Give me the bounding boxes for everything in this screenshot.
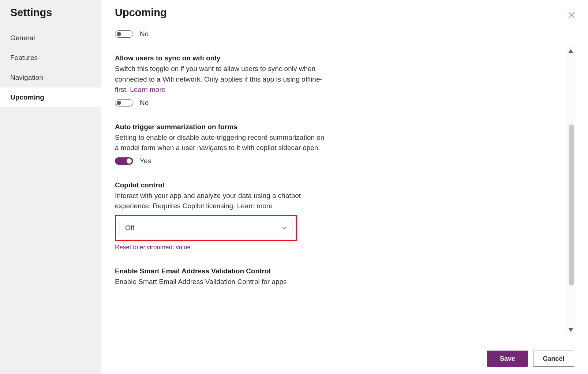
chevron-down-icon: [281, 225, 287, 231]
triangle-up-icon: [569, 49, 573, 53]
sidebar-item-upcoming[interactable]: Upcoming: [0, 87, 101, 107]
content-header: Upcoming: [101, 0, 588, 21]
svg-marker-3: [569, 328, 573, 332]
setting-desc-smart-email: Enable Smart Email Address Validation Co…: [115, 277, 327, 287]
toggle-unknown-top[interactable]: [115, 30, 133, 38]
setting-smart-email: Enable Smart Email Address Validation Co…: [115, 267, 558, 287]
reset-to-env-link[interactable]: Reset to environment value: [115, 244, 191, 251]
setting-auto-summarize: Auto trigger summarization on forms Sett…: [115, 123, 558, 165]
save-button[interactable]: Save: [487, 351, 528, 367]
sidebar-item-navigation[interactable]: Navigation: [0, 68, 101, 87]
setting-wifi-sync: Allow users to sync on wifi only Switch …: [115, 54, 558, 107]
setting-title-smart-email: Enable Smart Email Address Validation Co…: [115, 267, 558, 275]
scroll-down-button[interactable]: [567, 326, 575, 334]
sidebar-title: Settings: [0, 7, 101, 28]
triangle-down-icon: [569, 328, 573, 332]
toggle-label-unknown-top: No: [140, 30, 149, 38]
toggle-label-auto-summarize: Yes: [140, 157, 151, 165]
setting-title-auto-summarize: Auto trigger summarization on forms: [115, 123, 558, 131]
scroll-track[interactable]: [567, 55, 575, 326]
setting-unknown-top: No: [115, 30, 558, 38]
scroll-up-button[interactable]: [567, 47, 575, 55]
close-icon: [567, 11, 576, 19]
setting-title-copilot: Copilot control: [115, 181, 558, 189]
setting-desc-auto-summarize: Setting to enable or disable auto-trigge…: [115, 132, 327, 153]
toggle-wifi-sync[interactable]: [115, 99, 133, 106]
scroll-thumb[interactable]: [569, 124, 574, 285]
scrollbar: [567, 47, 575, 334]
setting-desc-text-copilot: Interact with your app and analyze your …: [115, 192, 301, 210]
copilot-select-highlight: Off: [115, 215, 297, 241]
footer-bar: Save Cancel: [101, 343, 588, 374]
settings-sidebar: Settings General Features Navigation Upc…: [0, 0, 101, 374]
sidebar-item-general[interactable]: General: [0, 28, 101, 48]
setting-desc-copilot: Interact with your app and analyze your …: [115, 191, 327, 212]
svg-marker-2: [569, 49, 573, 53]
settings-scroll-area: No Allow users to sync on wifi only Swit…: [101, 21, 588, 343]
copilot-select-value: Off: [125, 224, 134, 232]
copilot-select[interactable]: Off: [120, 220, 292, 236]
content-panel: Upcoming No Allow users to sync on wifi …: [101, 0, 588, 374]
learn-more-link-copilot[interactable]: Learn more: [237, 202, 273, 210]
setting-title-wifi-sync: Allow users to sync on wifi only: [115, 54, 558, 62]
learn-more-link-wifi[interactable]: Learn more: [130, 86, 165, 93]
page-title: Upcoming: [115, 7, 167, 19]
setting-desc-wifi-sync: Switch this toggle on if you want to all…: [115, 64, 327, 95]
setting-copilot-control: Copilot control Interact with your app a…: [115, 181, 558, 251]
close-button[interactable]: [565, 9, 578, 21]
cancel-button[interactable]: Cancel: [533, 351, 574, 367]
sidebar-item-features[interactable]: Features: [0, 48, 101, 68]
toggle-label-wifi-sync: No: [140, 99, 149, 107]
toggle-auto-summarize[interactable]: [115, 157, 133, 165]
